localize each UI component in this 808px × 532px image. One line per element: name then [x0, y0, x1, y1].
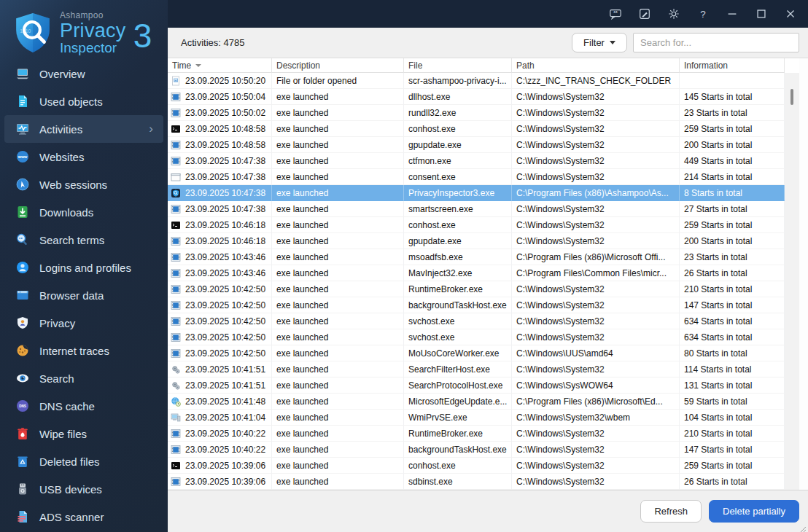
logo-version: 3 [133, 16, 152, 55]
column-header-information[interactable]: Information [680, 58, 785, 73]
vertical-scrollbar[interactable] [785, 73, 799, 490]
sidebar-item-web-sessions[interactable]: Web sessions› [4, 171, 163, 198]
column-header-label: Path [516, 60, 535, 71]
sidebar-item-deleted-files[interactable]: Deleted files› [4, 447, 163, 475]
cell-information: 634 Starts in total [680, 313, 785, 329]
notes-icon[interactable] [637, 7, 652, 21]
sidebar-item-label: Search [39, 372, 74, 385]
refresh-button[interactable]: Refresh [640, 500, 702, 523]
table-row[interactable]: 23.09.2025 10:47:38exe launchedsmartscre… [168, 201, 785, 217]
help-icon[interactable]: ? [696, 7, 710, 21]
gear-icon[interactable] [667, 7, 681, 21]
app-file-icon [171, 316, 181, 326]
table-row[interactable]: 23.09.2025 10:48:58exe launchedconhost.e… [168, 121, 785, 137]
cell-information: 147 Starts in total [680, 442, 785, 458]
resize-grip-icon[interactable] [799, 523, 807, 531]
table-row[interactable]: 23.09.2025 10:43:46exe launchedMavInject… [168, 265, 785, 281]
column-header-file[interactable]: File [404, 58, 512, 73]
cell-time: 23.09.2025 10:47:38 [168, 169, 272, 185]
table-row[interactable]: 23.09.2025 10:42:50exe launchedsvchost.e… [168, 313, 785, 329]
sidebar-item-browser-data[interactable]: Browser data› [4, 281, 163, 309]
sidebar-item-activities[interactable]: Activities› [4, 115, 163, 143]
cell-information: 147 Starts in total [680, 297, 785, 313]
table-row[interactable]: 23.09.2025 10:43:46exe launchedmsoadfsb.… [168, 249, 785, 265]
table-row[interactable]: 23.09.2025 10:39:06exe launchedconhost.e… [168, 458, 785, 474]
column-header-description[interactable]: Description [272, 58, 404, 73]
scrollbar-thumb[interactable] [790, 89, 793, 105]
cell-path: C:\Windows\System32 [512, 169, 680, 185]
maximize-icon[interactable] [754, 7, 769, 21]
sidebar-item-logins-and-profiles[interactable]: Logins and profiles› [4, 254, 163, 281]
cell-time: 23.09.2025 10:41:48 [168, 394, 272, 410]
sidebar-item-label: ADS scanner [39, 511, 104, 523]
time-value: 23.09.2025 10:42:50 [185, 300, 265, 310]
sidebar-item-privacy[interactable]: Privacy› [4, 309, 163, 337]
sidebar-item-search[interactable]: Search› [4, 364, 163, 392]
cell-description: exe launched [272, 361, 404, 378]
table-row[interactable]: 23.09.2025 10:42:50exe launchedbackgroun… [168, 297, 785, 313]
cell-time: 23.09.2025 10:48:58 [168, 137, 272, 153]
sidebar-item-search-terms[interactable]: Search terms› [4, 226, 163, 254]
table-row[interactable]: 23.09.2025 10:40:22exe launchedbackgroun… [168, 442, 785, 458]
wipe-files-icon [16, 427, 29, 440]
app-file-icon [171, 108, 181, 118]
feedback-icon[interactable]: ** [608, 7, 623, 21]
sidebar-item-websites[interactable]: wwwWebsites› [4, 143, 163, 171]
minimize-icon[interactable] [725, 7, 739, 21]
search-input[interactable] [633, 33, 799, 52]
cell-file: WmiPrvSE.exe [404, 410, 512, 426]
time-value: 23.09.2025 10:43:46 [185, 268, 265, 278]
filter-button[interactable]: Filter [572, 33, 627, 52]
console-file-icon [171, 220, 181, 230]
table-row[interactable]: 23.09.2025 10:50:02exe launchedrundll32.… [168, 105, 785, 121]
time-value: 23.09.2025 10:42:50 [185, 284, 265, 294]
table-row[interactable]: 23.09.2025 10:48:58exe launchedgpupdate.… [168, 137, 785, 153]
cell-path: C:\Windows\System32 [512, 201, 680, 217]
table-row[interactable]: 23.09.2025 10:47:38exe launchedctfmon.ex… [168, 153, 785, 169]
table-row[interactable]: 23.09.2025 10:42:50exe launchedRuntimeBr… [168, 281, 785, 297]
table-row[interactable]: 23.09.2025 10:41:48exe launchedMicrosoft… [168, 394, 785, 410]
table-row[interactable]: 23.09.2025 10:46:18exe launchedgpupdate.… [168, 233, 785, 249]
delete-partially-button[interactable]: Delete partially [709, 500, 799, 523]
sidebar-item-wipe-files[interactable]: Wipe files› [4, 420, 163, 447]
sidebar-item-used-objects[interactable]: Used objects› [4, 87, 163, 115]
column-header-label: Description [276, 60, 320, 71]
cell-path: C:\Windows\System32 [512, 474, 680, 490]
cell-file: svchost.exe [404, 313, 512, 329]
sidebar-item-dns-cache[interactable]: DNSDNS cache› [4, 392, 163, 420]
app-file-icon [171, 477, 181, 487]
table-row[interactable]: 23.09.2025 10:50:04exe launcheddllhost.e… [168, 89, 785, 105]
table-row[interactable]: 23.09.2025 10:50:20File or folder opened… [168, 73, 785, 89]
logins-icon [16, 261, 29, 274]
sidebar-item-ads-scanner[interactable]: ADS scanner› [4, 503, 163, 531]
table-row[interactable]: 23.09.2025 10:40:22exe launchedRuntimeBr… [168, 426, 785, 442]
cell-description: exe launched [272, 121, 404, 137]
sidebar-item-internet-traces[interactable]: Internet traces› [4, 337, 163, 364]
browser-data-icon [16, 289, 29, 302]
table-row[interactable]: 23.09.2025 10:41:51exe launchedSearchFil… [168, 361, 785, 378]
close-icon[interactable] [783, 7, 798, 21]
cell-description: exe launched [272, 105, 404, 121]
time-value: 23.09.2025 10:47:38 [185, 172, 265, 182]
privacy-shield-logo-icon: 1010 [13, 12, 53, 54]
dns-cache-icon: DNS [16, 399, 29, 412]
table-row[interactable]: 23.09.2025 10:41:04exe launchedWmiPrvSE.… [168, 410, 785, 426]
logo-company: Ashampoo [60, 11, 126, 20]
sidebar-item-usb-devices[interactable]: USB devices› [4, 475, 163, 503]
sidebar-item-downloads[interactable]: Downloads› [4, 198, 163, 226]
table-row[interactable]: 23.09.2025 10:47:38exe launchedPrivacyIn… [168, 185, 785, 201]
table-row[interactable]: 23.09.2025 10:39:06exe launchedsdbinst.e… [168, 474, 785, 490]
table-row[interactable]: 23.09.2025 10:42:50exe launchedMoUsoCore… [168, 345, 785, 361]
column-header-path[interactable]: Path [512, 58, 680, 73]
cell-information: 259 Starts in total [680, 217, 785, 233]
table-row[interactable]: 23.09.2025 10:46:18exe launchedconhost.e… [168, 217, 785, 233]
cell-information: 210 Starts in total [680, 281, 785, 297]
cell-time: 23.09.2025 10:50:02 [168, 105, 272, 121]
table-row[interactable]: 23.09.2025 10:47:38exe launchedconsent.e… [168, 169, 785, 185]
table-row[interactable]: 23.09.2025 10:41:51exe launchedSearchPro… [168, 378, 785, 394]
table-row[interactable]: 23.09.2025 10:42:50exe launchedsvchost.e… [168, 329, 785, 345]
cell-time: 23.09.2025 10:47:38 [168, 153, 272, 169]
column-header-time[interactable]: Time [168, 58, 272, 73]
sidebar-item-overview[interactable]: Overview› [4, 60, 163, 87]
usb-devices-icon [16, 482, 29, 496]
